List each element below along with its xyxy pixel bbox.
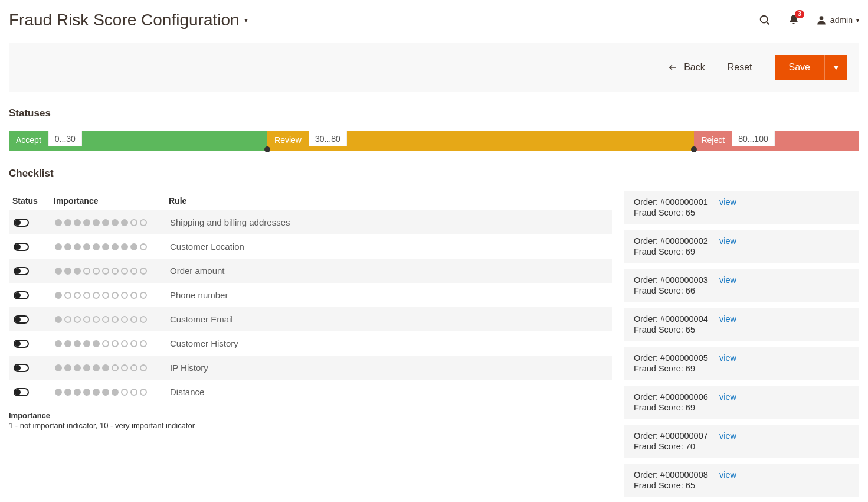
importance-dot[interactable] — [102, 292, 109, 299]
importance-dot[interactable] — [74, 268, 81, 275]
status-toggle[interactable] — [14, 388, 29, 396]
importance-dot[interactable] — [130, 389, 137, 396]
importance-dot[interactable] — [83, 243, 90, 250]
importance-dot[interactable] — [74, 219, 81, 226]
importance-dot[interactable] — [102, 389, 109, 396]
view-order-link[interactable]: view — [719, 392, 736, 402]
importance-dot[interactable] — [121, 219, 128, 226]
search-icon[interactable] — [758, 14, 771, 27]
importance-dot[interactable] — [121, 268, 128, 275]
importance-dot[interactable] — [64, 219, 71, 226]
view-order-link[interactable]: view — [719, 470, 736, 480]
importance-dot[interactable] — [83, 316, 90, 323]
view-order-link[interactable]: view — [719, 353, 736, 363]
importance-dots[interactable] — [55, 364, 170, 371]
importance-dot[interactable] — [112, 268, 119, 275]
importance-dot[interactable] — [102, 243, 109, 250]
importance-dot[interactable] — [74, 340, 81, 347]
importance-dot[interactable] — [130, 243, 137, 250]
importance-dot[interactable] — [140, 316, 147, 323]
importance-dot[interactable] — [140, 364, 147, 371]
importance-dot[interactable] — [121, 389, 128, 396]
importance-dot[interactable] — [55, 389, 62, 396]
importance-dot[interactable] — [83, 364, 90, 371]
importance-dot[interactable] — [64, 340, 71, 347]
importance-dot[interactable] — [112, 364, 119, 371]
importance-dot[interactable] — [130, 364, 137, 371]
importance-dot[interactable] — [112, 219, 119, 226]
importance-dot[interactable] — [64, 268, 71, 275]
importance-dot[interactable] — [102, 316, 109, 323]
importance-dot[interactable] — [121, 292, 128, 299]
importance-dot[interactable] — [74, 389, 81, 396]
save-button[interactable]: Save — [775, 55, 824, 80]
importance-dot[interactable] — [93, 364, 100, 371]
notifications-icon[interactable]: 3 — [788, 14, 800, 27]
importance-dot[interactable] — [102, 219, 109, 226]
importance-dots[interactable] — [55, 389, 170, 396]
importance-dot[interactable] — [83, 268, 90, 275]
importance-dot[interactable] — [83, 389, 90, 396]
importance-dot[interactable] — [102, 340, 109, 347]
back-button[interactable]: Back — [667, 62, 705, 73]
importance-dot[interactable] — [83, 219, 90, 226]
importance-dot[interactable] — [112, 243, 119, 250]
importance-dot[interactable] — [83, 340, 90, 347]
importance-dot[interactable] — [55, 243, 62, 250]
importance-dot[interactable] — [112, 340, 119, 347]
importance-dots[interactable] — [55, 268, 170, 275]
status-toggle[interactable] — [14, 364, 29, 372]
importance-dot[interactable] — [74, 292, 81, 299]
page-title-dropdown-caret[interactable]: ▾ — [244, 16, 248, 24]
range-handle-review-reject[interactable] — [691, 146, 697, 152]
importance-dots[interactable] — [55, 340, 170, 347]
importance-dot[interactable] — [64, 364, 71, 371]
importance-dot[interactable] — [130, 219, 137, 226]
status-toggle[interactable] — [14, 291, 29, 299]
importance-dot[interactable] — [93, 219, 100, 226]
importance-dot[interactable] — [93, 340, 100, 347]
importance-dot[interactable] — [121, 364, 128, 371]
importance-dot[interactable] — [130, 340, 137, 347]
importance-dot[interactable] — [130, 292, 137, 299]
importance-dots[interactable] — [55, 243, 170, 250]
importance-dots[interactable] — [55, 316, 170, 323]
importance-dot[interactable] — [121, 243, 128, 250]
importance-dot[interactable] — [112, 316, 119, 323]
importance-dot[interactable] — [93, 268, 100, 275]
importance-dot[interactable] — [74, 243, 81, 250]
importance-dots[interactable] — [55, 219, 170, 226]
account-menu[interactable]: admin ▾ — [816, 15, 859, 25]
importance-dot[interactable] — [83, 292, 90, 299]
importance-dot[interactable] — [64, 243, 71, 250]
save-dropdown-toggle[interactable] — [824, 55, 847, 80]
importance-dot[interactable] — [93, 292, 100, 299]
importance-dot[interactable] — [102, 364, 109, 371]
importance-dot[interactable] — [140, 340, 147, 347]
importance-dot[interactable] — [112, 389, 119, 396]
importance-dot[interactable] — [55, 292, 62, 299]
view-order-link[interactable]: view — [719, 197, 736, 207]
importance-dot[interactable] — [55, 219, 62, 226]
view-order-link[interactable]: view — [719, 314, 736, 324]
importance-dot[interactable] — [140, 219, 147, 226]
view-order-link[interactable]: view — [719, 236, 736, 246]
importance-dot[interactable] — [74, 316, 81, 323]
importance-dots[interactable] — [55, 292, 170, 299]
range-handle-accept-review[interactable] — [264, 146, 270, 152]
importance-dot[interactable] — [55, 316, 62, 323]
importance-dot[interactable] — [74, 364, 81, 371]
importance-dot[interactable] — [55, 340, 62, 347]
importance-dot[interactable] — [121, 340, 128, 347]
importance-dot[interactable] — [121, 316, 128, 323]
importance-dot[interactable] — [55, 268, 62, 275]
importance-dot[interactable] — [64, 292, 71, 299]
status-toggle[interactable] — [14, 243, 29, 251]
importance-dot[interactable] — [112, 292, 119, 299]
importance-dot[interactable] — [140, 243, 147, 250]
importance-dot[interactable] — [102, 268, 109, 275]
importance-dot[interactable] — [140, 268, 147, 275]
view-order-link[interactable]: view — [719, 275, 736, 285]
importance-dot[interactable] — [130, 316, 137, 323]
view-order-link[interactable]: view — [719, 431, 736, 441]
